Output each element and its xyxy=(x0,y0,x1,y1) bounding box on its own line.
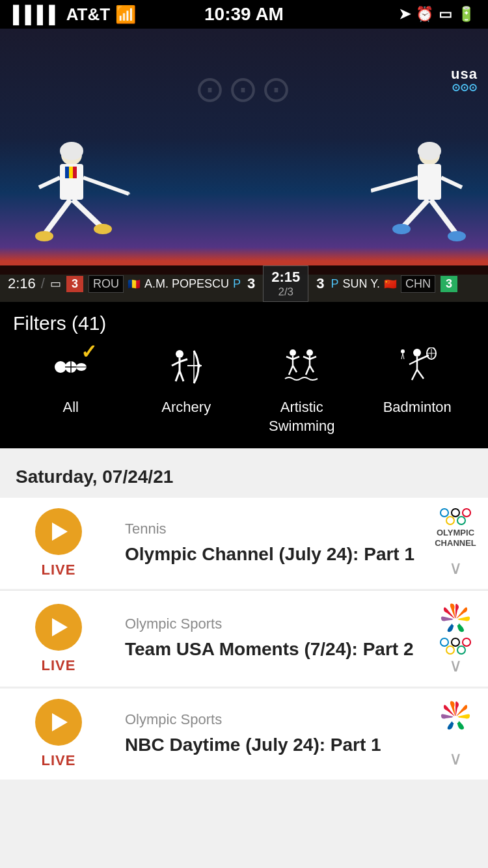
archery-icon xyxy=(167,347,206,392)
center-score-box: 2:15 2/3 xyxy=(263,265,308,302)
channel-name-1: OLYMPICCHANNEL xyxy=(435,528,476,548)
fencer-left xyxy=(26,135,130,265)
svg-line-58 xyxy=(417,370,424,379)
svg-line-3 xyxy=(83,178,129,194)
center-time: 2:15 xyxy=(270,269,301,286)
play-button-1[interactable] xyxy=(35,508,82,555)
match-time: 2:16 xyxy=(8,275,36,292)
live-badge-1: LIVE xyxy=(42,562,76,578)
svg-point-29 xyxy=(176,350,183,358)
svg-rect-11 xyxy=(69,167,73,178)
svg-line-18 xyxy=(441,178,462,187)
right-flag: 🇨🇳 xyxy=(384,278,397,290)
svg-point-62 xyxy=(452,618,459,626)
location-icon: ➤ xyxy=(399,6,411,23)
card-title-1: Olympic Channel (July 24): Part 1 xyxy=(125,543,415,566)
selected-checkmark: ✓ xyxy=(81,342,97,362)
svg-rect-15 xyxy=(418,164,441,200)
content-card-2[interactable]: LIVE Olympic Sports Team USA Moments (7/… xyxy=(0,591,488,686)
olympic-rings-2 xyxy=(446,516,466,525)
svg-point-63 xyxy=(452,716,459,724)
play-icon-2 xyxy=(52,618,68,636)
svg-line-56 xyxy=(409,360,417,364)
video-content: ⊙⊙⊙ usa ⊙⊙⊙ xyxy=(0,29,488,302)
card-sport-1: Tennis xyxy=(125,521,415,537)
content-card-1[interactable]: LIVE Tennis Olympic Channel (July 24): P… xyxy=(0,498,488,589)
ring-green xyxy=(457,516,466,525)
filter-artistic-swimming[interactable]: ArtisticSwimming xyxy=(250,347,354,435)
left-player-name: A.M. POPESCU xyxy=(144,277,229,291)
svg-line-20 xyxy=(431,200,455,233)
svg-point-21 xyxy=(392,224,411,234)
play-button-3[interactable] xyxy=(35,699,82,746)
olympics-watermark: ⊙⊙⊙ xyxy=(195,68,294,110)
svg-line-5 xyxy=(39,178,60,187)
card-right-3: ∨ xyxy=(423,688,488,780)
filters-row: ✓ All xyxy=(13,347,475,435)
left-country: ROU xyxy=(88,275,124,293)
filter-badminton-label: Badminton xyxy=(383,398,452,417)
svg-line-61 xyxy=(403,353,404,359)
video-player[interactable]: ⊙⊙⊙ usa ⊙⊙⊙ xyxy=(0,29,488,302)
card-left-1: LIVE xyxy=(0,498,117,589)
card-center-1: Tennis Olympic Channel (July 24): Part 1 xyxy=(117,498,423,589)
card-right-2: ∨ xyxy=(423,591,488,686)
svg-point-59 xyxy=(401,349,405,353)
all-sports-icon: ✓ xyxy=(51,347,90,392)
right-score-flag: 3 xyxy=(441,276,457,292)
svg-line-33 xyxy=(176,371,180,381)
signal-icon: ▌▌▌▌ xyxy=(13,5,61,25)
svg-point-9 xyxy=(94,224,112,234)
play-button-2[interactable] xyxy=(35,604,82,651)
live-badge-2: LIVE xyxy=(42,657,76,674)
channel-logo-3 xyxy=(439,699,472,731)
score-bar: 2:16 / ▭ 3 ROU 🇷🇴 A.M. POPESCU P 3 2:15 … xyxy=(0,265,488,302)
play-icon-3 xyxy=(52,713,68,731)
channel-logo-1: OLYMPICCHANNEL xyxy=(435,508,476,548)
play-icon-1 xyxy=(52,522,68,541)
right-player-info: 3 P SUN Y. 🇨🇳 CHN xyxy=(314,275,435,293)
wifi-icon: 📶 xyxy=(115,5,136,25)
status-time: 10:39 AM xyxy=(204,4,284,25)
svg-line-34 xyxy=(180,371,183,381)
svg-rect-10 xyxy=(65,167,69,178)
svg-point-50 xyxy=(413,349,421,357)
svg-line-47 xyxy=(310,357,316,359)
right-country: CHN xyxy=(401,275,435,293)
svg-line-7 xyxy=(73,200,101,226)
expand-chevron-3[interactable]: ∨ xyxy=(449,748,463,769)
filter-all[interactable]: ✓ All xyxy=(19,347,123,417)
left-flag: 🇷🇴 xyxy=(128,278,141,290)
svg-line-19 xyxy=(403,200,428,226)
ring-yellow xyxy=(446,516,455,525)
expand-chevron-1[interactable]: ∨ xyxy=(449,557,463,578)
svg-point-22 xyxy=(448,231,466,241)
left-score: 3 xyxy=(247,275,255,292)
left-score-flag: 3 xyxy=(66,276,83,292)
card-left-2: LIVE xyxy=(0,591,117,686)
svg-point-8 xyxy=(35,231,53,241)
filter-archery-label: Archery xyxy=(161,398,211,417)
battery-icon: 🔋 xyxy=(457,6,475,23)
svg-line-16 xyxy=(371,178,418,191)
card-title-2: Team USA Moments (7/24): Part 2 xyxy=(125,638,415,661)
filter-badminton[interactable]: Badminton xyxy=(365,347,469,417)
filter-archery[interactable]: Archery xyxy=(134,347,238,417)
svg-line-6 xyxy=(46,200,70,233)
svg-line-46 xyxy=(303,357,310,359)
fencer-right xyxy=(371,135,475,265)
right-indicator: P xyxy=(331,277,339,291)
svg-line-31 xyxy=(172,362,180,366)
content-card-3[interactable]: LIVE Olympic Sports NBC Daytime (July 24… xyxy=(0,688,488,780)
usa-logo: usa ⊙⊙⊙ xyxy=(451,66,478,94)
ring-yellow-nbc xyxy=(446,645,455,655)
svg-rect-12 xyxy=(73,167,77,178)
svg-line-40 xyxy=(286,357,293,359)
svg-point-14 xyxy=(418,142,441,160)
filter-artistic-swimming-label: ArtisticSwimming xyxy=(269,398,334,435)
card-right-1: OLYMPICCHANNEL ∨ xyxy=(423,498,488,589)
card-left-3: LIVE xyxy=(0,688,117,780)
svg-point-38 xyxy=(290,349,296,356)
expand-chevron-2[interactable]: ∨ xyxy=(449,655,463,676)
svg-point-44 xyxy=(306,349,313,356)
